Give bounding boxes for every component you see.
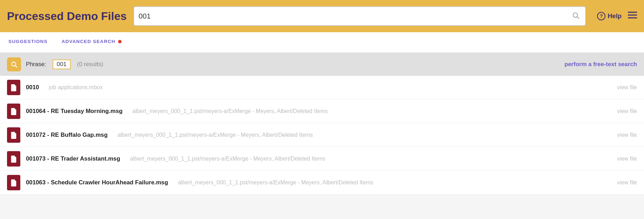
- tab-advanced-search[interactable]: ADVANCED SEARCH: [62, 32, 122, 52]
- help-icon: ?: [597, 12, 605, 20]
- file-name: 0010: [26, 84, 39, 91]
- search-bar: [133, 6, 586, 26]
- file-name: 001063 - Schedule Crawler HourAhead Fail…: [26, 179, 168, 186]
- tab-suggestions[interactable]: SUGGESTIONS: [8, 32, 48, 52]
- search-input[interactable]: [138, 12, 570, 20]
- phrase-row: Phrase: 001 (0 results) perform a free-t…: [0, 53, 644, 76]
- list-item: 001072 - RE Buffalo Gap.msg albert_meyer…: [0, 123, 644, 147]
- phrase-search-icon: [7, 57, 21, 71]
- header-right: ? Help: [597, 11, 637, 21]
- help-label: Help: [608, 12, 622, 20]
- phrase-results: (0 results): [77, 61, 103, 68]
- phrase-term: 001: [53, 59, 71, 69]
- advanced-search-dot: [118, 40, 122, 43]
- phrase-label: Phrase:: [26, 61, 46, 68]
- file-icon: [7, 127, 20, 143]
- header: Processed Demo Files ? Help: [0, 0, 644, 32]
- search-icon-yellow: [11, 61, 18, 68]
- file-name: 001073 - RE Trader Assistant.msg: [26, 155, 120, 162]
- file-list: 0010 job applications.mbox view file 001…: [0, 76, 644, 195]
- file-path: albert_meyers_000_1_1.pst/meyers-a/ExMer…: [130, 156, 326, 162]
- svg-line-1: [577, 17, 579, 19]
- tab-advanced-search-label: ADVANCED SEARCH: [62, 39, 116, 44]
- search-button[interactable]: [570, 12, 581, 21]
- help-button[interactable]: ? Help: [597, 12, 622, 20]
- list-item: 001073 - RE Trader Assistant.msg albert_…: [0, 147, 644, 171]
- document-icon: [10, 155, 18, 163]
- view-file-button[interactable]: view file: [617, 84, 637, 91]
- document-icon: [10, 107, 18, 115]
- view-file-button[interactable]: view file: [617, 108, 637, 114]
- file-path: albert_meyers_000_1_1.pst/meyers-a/ExMer…: [178, 179, 374, 186]
- results-area: Phrase: 001 (0 results) perform a free-t…: [0, 53, 644, 195]
- file-name: 001072 - RE Buffalo Gap.msg: [26, 132, 108, 139]
- document-icon: [10, 84, 18, 91]
- hamburger-icon: [628, 11, 637, 19]
- file-name: 001064 - RE Tuesday Morning.msg: [26, 108, 123, 115]
- free-text-search-link[interactable]: perform a free-text search: [564, 61, 637, 68]
- file-path: albert_meyers_000_1_1.pst/meyers-a/ExMer…: [117, 132, 313, 138]
- document-icon: [10, 131, 18, 139]
- view-file-button[interactable]: view file: [617, 132, 637, 138]
- list-item: 001064 - RE Tuesday Morning.msg albert_m…: [0, 99, 644, 123]
- file-icon: [7, 175, 20, 190]
- tab-suggestions-label: SUGGESTIONS: [8, 39, 48, 44]
- list-item: 0010 job applications.mbox view file: [0, 76, 644, 99]
- tabs-bar: SUGGESTIONS ADVANCED SEARCH: [0, 32, 644, 53]
- view-file-button[interactable]: view file: [617, 179, 637, 186]
- document-icon: [10, 179, 18, 186]
- svg-line-6: [15, 65, 17, 67]
- file-path: albert_meyers_000_1_1.pst/meyers-a/ExMer…: [132, 108, 328, 114]
- page-title: Processed Demo Files: [7, 10, 126, 23]
- file-icon: [7, 104, 20, 119]
- file-icon: [7, 80, 20, 95]
- list-item: 001063 - Schedule Crawler HourAhead Fail…: [0, 171, 644, 195]
- view-file-button[interactable]: view file: [617, 156, 637, 162]
- menu-button[interactable]: [628, 11, 637, 21]
- file-icon: [7, 151, 20, 167]
- file-path: job applications.mbox: [49, 84, 103, 91]
- search-icon: [572, 12, 580, 19]
